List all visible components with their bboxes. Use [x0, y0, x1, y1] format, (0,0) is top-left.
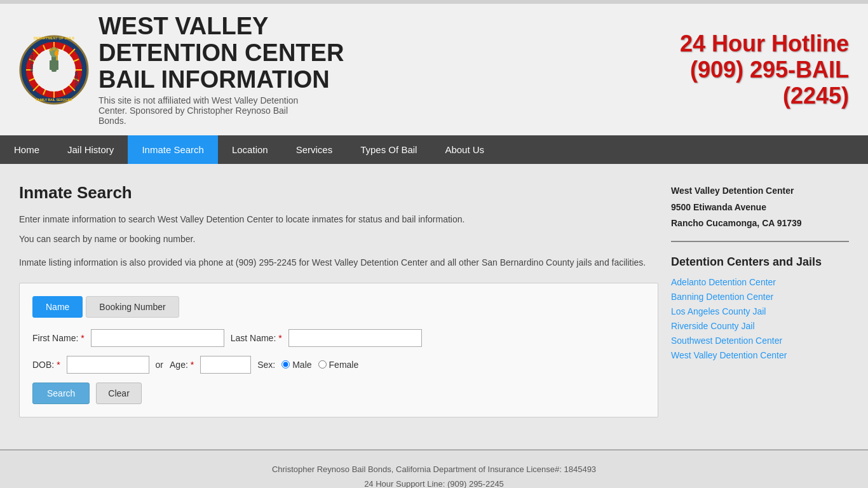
site-seal: DEPARTMENT OF JAILS FAMILY BAIL SERVICES… [19, 35, 89, 105]
page-title: Inmate Search [19, 183, 658, 203]
link-southwest[interactable]: Southwest Detention Center [671, 336, 849, 346]
nav-about-us[interactable]: About Us [431, 135, 498, 164]
link-los-angeles[interactable]: Los Angeles County Jail [671, 306, 849, 316]
page-header: DEPARTMENT OF JAILS FAMILY BAIL SERVICES… [0, 4, 868, 135]
sex-male-text: Male [292, 360, 311, 370]
footer-line2: 24 Hour Support Line: (909) 295-2245 [11, 477, 857, 488]
first-name-label: First Name: * [32, 333, 85, 343]
svg-rect-12 [50, 60, 52, 70]
tab-booking-number[interactable]: Booking Number [86, 296, 179, 318]
description-3: Inmate listing information is also provi… [19, 255, 658, 269]
address-street: 9500 Etiwanda Avenue [671, 200, 849, 215]
sex-female-label[interactable]: Female [318, 360, 359, 370]
nav-inmate-search[interactable]: Inmate Search [128, 135, 218, 164]
nav-jail-history[interactable]: Jail History [53, 135, 128, 164]
header-title: WEST VALLEY DETENTION CENTER BAIL INFORM… [98, 13, 344, 126]
address-city: Rancho Cucamonga, CA 91739 [671, 215, 849, 231]
dob-input[interactable] [67, 356, 149, 374]
svg-text:DETENTION: DETENTION [74, 72, 78, 88]
dob-age-row: DOB: * or Age: * Sex: Male Female [32, 356, 645, 374]
site-subtitle: This site is not affiliated with West Va… [98, 95, 302, 126]
last-name-label: Last Name: * [231, 333, 282, 343]
link-west-valley[interactable]: West Valley Detention Center [671, 350, 849, 360]
first-name-input[interactable] [91, 329, 224, 347]
sex-male-label[interactable]: Male [281, 360, 311, 370]
name-row: First Name: * Last Name: * [32, 329, 645, 347]
sex-male-radio[interactable] [281, 360, 290, 369]
or-label: or [156, 360, 163, 370]
main-content: Inmate Search Enter inmate information t… [0, 164, 868, 436]
age-input[interactable] [200, 356, 251, 374]
content-area: Inmate Search Enter inmate information t… [19, 183, 658, 417]
tab-name[interactable]: Name [32, 296, 83, 318]
search-tab-bar: Name Booking Number [32, 296, 645, 318]
nav-home[interactable]: Home [0, 135, 53, 164]
nav-location[interactable]: Location [218, 135, 282, 164]
nav-services[interactable]: Services [282, 135, 347, 164]
link-banning[interactable]: Banning Detention Center [671, 292, 849, 302]
header-left: DEPARTMENT OF JAILS FAMILY BAIL SERVICES… [19, 13, 344, 126]
clear-button[interactable]: Clear [96, 383, 141, 404]
search-button[interactable]: Search [32, 383, 90, 404]
description-1: Enter inmate information to search West … [19, 212, 658, 226]
action-row: Search Clear [32, 383, 645, 404]
description-2: You can search by name or booking number… [19, 232, 658, 246]
dob-label: DOB: * [32, 360, 60, 370]
main-nav: Home Jail History Inmate Search Location… [0, 135, 868, 164]
hotline-info: 24 Hour Hotline (909) 295-BAIL (2245) [680, 30, 849, 109]
age-label: Age: * [170, 360, 194, 370]
link-adelanto[interactable]: Adelanto Detention Center [671, 277, 849, 287]
svg-rect-13 [56, 60, 58, 70]
site-title: WEST VALLEY DETENTION CENTER BAIL INFORM… [98, 13, 344, 93]
sidebar-links: Detention Centers and Jails Adelanto Det… [671, 255, 849, 360]
sidebar: West Valley Detention Center 9500 Etiwan… [671, 183, 849, 417]
sex-label: Sex: [257, 360, 275, 370]
svg-text:DEPARTMENT OF JAILS: DEPARTMENT OF JAILS [34, 36, 74, 40]
svg-text:FAMILY BAIL SERVICES: FAMILY BAIL SERVICES [36, 98, 72, 102]
sidebar-address: West Valley Detention Center 9500 Etiwan… [671, 183, 849, 242]
svg-point-19 [55, 51, 58, 56]
footer-line1: Christopher Reynoso Bail Bonds, Californ… [11, 462, 857, 477]
search-box: Name Booking Number First Name: * Last N… [19, 283, 658, 417]
address-name: West Valley Detention Center [671, 183, 849, 199]
svg-text:WEST VALLEY: WEST VALLEY [31, 51, 34, 72]
last-name-input[interactable] [288, 329, 422, 347]
link-riverside[interactable]: Riverside County Jail [671, 321, 849, 331]
page-footer: Christopher Reynoso Bail Bonds, Californ… [0, 449, 868, 488]
sex-female-text: Female [329, 360, 359, 370]
sidebar-links-title: Detention Centers and Jails [671, 255, 849, 269]
nav-types-of-bail[interactable]: Types Of Bail [346, 135, 431, 164]
sex-female-radio[interactable] [318, 360, 327, 369]
